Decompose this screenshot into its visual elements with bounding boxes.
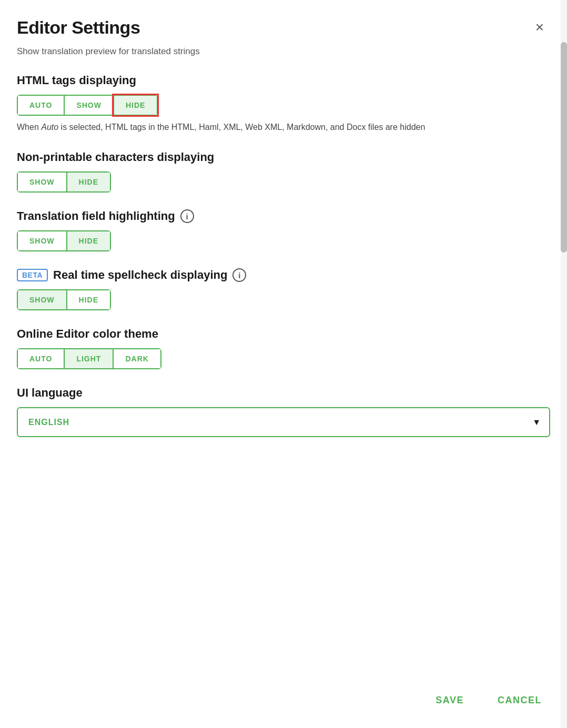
html-tags-description-italic: Auto: [41, 123, 58, 132]
cancel-button[interactable]: CANCEL: [489, 690, 550, 711]
color-theme-section: Online Editor color theme AUTO LIGHT DAR…: [17, 327, 550, 369]
dialog-title: Editor Settings: [17, 17, 140, 38]
spellcheck-show-button[interactable]: SHOW: [18, 290, 67, 309]
scrollbar-track: [561, 0, 567, 728]
color-theme-light-button[interactable]: LIGHT: [65, 349, 114, 368]
spellcheck-btn-group: SHOW HIDE: [17, 289, 111, 310]
html-tags-hide-button[interactable]: HIDE: [114, 96, 157, 115]
beta-badge: BETA: [17, 269, 48, 281]
non-printable-title: Non-printable characters displaying: [17, 150, 550, 164]
spellcheck-info-icon[interactable]: i: [232, 268, 246, 282]
spellcheck-title: BETA Real time spellcheck displaying i: [17, 268, 550, 282]
language-select-wrapper: ENGLISH FRENCH GERMAN SPANISH ITALIAN PO…: [17, 407, 550, 437]
translation-highlight-info-icon[interactable]: i: [180, 209, 194, 223]
preview-toggle-label: Show translation preview for translated …: [17, 46, 200, 57]
ui-language-section: UI language ENGLISH FRENCH GERMAN SPANIS…: [17, 386, 550, 437]
spellcheck-hide-button[interactable]: HIDE: [67, 290, 110, 309]
html-tags-section: HTML tags displaying AUTO SHOW HIDE When…: [17, 74, 550, 134]
translation-highlight-section: Translation field highlighting i SHOW HI…: [17, 209, 550, 251]
translation-highlight-btn-group: SHOW HIDE: [17, 230, 111, 251]
non-printable-hide-button[interactable]: HIDE: [67, 173, 110, 191]
html-tags-auto-button[interactable]: AUTO: [18, 96, 65, 115]
translation-highlight-show-button[interactable]: SHOW: [18, 231, 67, 250]
non-printable-btn-group: SHOW HIDE: [17, 171, 111, 193]
color-theme-title: Online Editor color theme: [17, 327, 550, 341]
translation-highlight-title: Translation field highlighting i: [17, 209, 550, 223]
editor-settings-dialog: Editor Settings × Show translation previ…: [0, 0, 567, 728]
language-select[interactable]: ENGLISH FRENCH GERMAN SPANISH ITALIAN PO…: [17, 407, 550, 437]
color-theme-auto-button[interactable]: AUTO: [18, 349, 65, 368]
color-theme-dark-button[interactable]: DARK: [114, 349, 160, 368]
html-tags-title: HTML tags displaying: [17, 74, 550, 87]
html-tags-show-button[interactable]: SHOW: [65, 96, 114, 115]
html-tags-description: When Auto is selected, HTML tags in the …: [17, 121, 550, 134]
html-tags-btn-group: AUTO SHOW HIDE: [17, 95, 158, 116]
preview-toggle-section: Show translation preview for translated …: [17, 46, 550, 57]
dialog-content: Show translation preview for translated …: [0, 46, 567, 677]
close-button[interactable]: ×: [529, 17, 550, 38]
non-printable-section: Non-printable characters displaying SHOW…: [17, 150, 550, 193]
spellcheck-section: BETA Real time spellcheck displaying i S…: [17, 268, 550, 310]
non-printable-show-button[interactable]: SHOW: [18, 173, 67, 191]
dialog-header: Editor Settings ×: [0, 0, 567, 46]
dialog-footer: SAVE CANCEL: [0, 677, 567, 728]
color-theme-btn-group: AUTO LIGHT DARK: [17, 348, 161, 369]
ui-language-title: UI language: [17, 386, 550, 400]
translation-highlight-hide-button[interactable]: HIDE: [67, 231, 110, 250]
scrollbar-thumb[interactable]: [561, 42, 567, 252]
save-button[interactable]: SAVE: [427, 690, 472, 711]
